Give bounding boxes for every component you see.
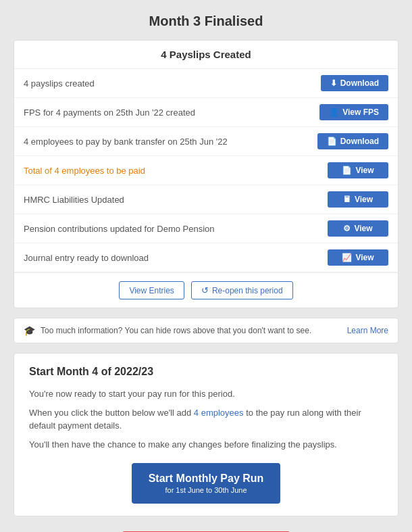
row-label-total: Total of 4 employees to be paid [24, 166, 328, 176]
start-paragraph-2: When you click the button below we'll ad… [29, 406, 383, 433]
view-employees-button[interactable]: 📄 View [328, 162, 388, 178]
doc-icon: 📄 [342, 166, 352, 175]
row-pension: Pension contributions updated for Demo P… [14, 214, 398, 243]
row-label-journal: Journal entry ready to download [24, 253, 328, 263]
row-label-pension: Pension contributions updated for Demo P… [24, 224, 328, 234]
calc-icon: 🖩 [343, 195, 351, 204]
start-btn-sub-text: for 1st June to 30th June [145, 486, 267, 494]
start-card-title: Start Month 4 of 2022/23 [29, 366, 383, 378]
info-banner-text: Too much information? You can hide rows … [41, 326, 311, 335]
row-label-fps: FPS for 4 payments on 25th Jun '22 creat… [24, 107, 319, 118]
file-icon: 📄 [327, 137, 337, 146]
row-label-bank: 4 employees to pay by bank transfer on 2… [24, 137, 317, 147]
card-footer-actions: View Entries ↺ Re-open this period [14, 272, 398, 308]
row-hmrc: HMRC Liabilities Updated 🖩 View [14, 185, 398, 214]
info-banner-left: 🎓 Too much information? You can hide row… [24, 325, 311, 336]
learn-more-link[interactable]: Learn More [347, 326, 388, 335]
reopen-period-button[interactable]: ↺ Re-open this period [191, 281, 293, 299]
user-icon: 👤 [329, 107, 339, 117]
view-fps-button[interactable]: 👤 View FPS [319, 104, 388, 120]
start-month-card: Start Month 4 of 2022/23 You're now read… [14, 353, 398, 516]
gear-icon: ⚙ [343, 224, 351, 233]
page-title: Month 3 Finalised [149, 14, 263, 29]
row-journal: Journal entry ready to download 📈 View [14, 243, 398, 272]
row-fps: FPS for 4 payments on 25th Jun '22 creat… [14, 98, 398, 127]
payslips-card: 4 Payslips Created 4 payslips created ⬇ … [14, 40, 398, 308]
row-total-employees: Total of 4 employees to be paid 📄 View [14, 156, 398, 185]
chart-icon: 📈 [342, 253, 352, 262]
download-bank-button[interactable]: 📄 Download [317, 133, 388, 149]
download-payslips-button[interactable]: ⬇ Download [321, 75, 388, 91]
info-banner: 🎓 Too much information? You can hide row… [14, 318, 398, 343]
row-payslips-created: 4 payslips created ⬇ Download [14, 69, 398, 98]
view-pension-button[interactable]: ⚙ View [328, 220, 388, 237]
hat-icon: 🎓 [24, 325, 35, 336]
start-paragraph-1: You're now ready to start your pay run f… [29, 387, 383, 401]
download-icon: ⬇ [330, 78, 337, 88]
start-btn-main-text: Start Monthly Pay Run [145, 473, 267, 485]
row-label-payslips: 4 payslips created [24, 78, 321, 89]
para2-prefix: When you click the button below we'll ad… [29, 408, 194, 418]
view-hmrc-button[interactable]: 🖩 View [328, 191, 388, 208]
row-bank-transfer: 4 employees to pay by bank transfer on 2… [14, 127, 398, 156]
reopen-icon: ↺ [201, 285, 209, 295]
para2-link: 4 employees [194, 408, 244, 418]
row-label-hmrc: HMRC Liabilities Updated [24, 195, 328, 205]
view-entries-button[interactable]: View Entries [119, 281, 184, 299]
payslips-card-header: 4 Payslips Created [14, 41, 398, 69]
start-pay-run-button[interactable]: Start Monthly Pay Run for 1st June to 30… [132, 463, 280, 504]
start-paragraph-3: You'll then have the chance to make any … [29, 438, 383, 452]
view-journal-button[interactable]: 📈 View [328, 249, 388, 266]
